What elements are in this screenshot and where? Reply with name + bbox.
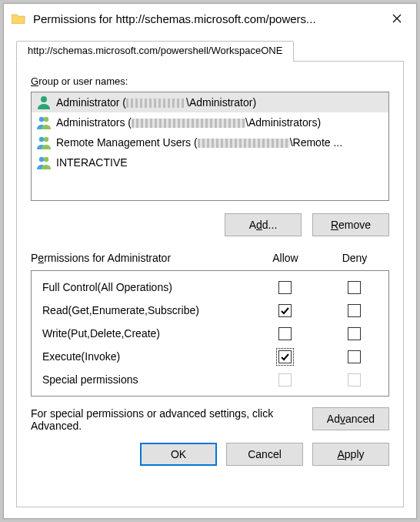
svg-point-1 xyxy=(39,117,44,122)
permissions-header: Permissions for Administrator Allow Deny xyxy=(31,252,389,270)
user-icon xyxy=(36,95,52,110)
groups-list-item[interactable]: Remote Management Users (\Remote ... xyxy=(32,132,388,152)
permission-name: Full Control(All Operations) xyxy=(32,281,250,293)
checkbox[interactable] xyxy=(278,281,292,294)
checkbox xyxy=(348,373,361,386)
permissions-list: Full Control(All Operations)Read(Get,Enu… xyxy=(31,270,389,397)
tab-namespace[interactable]: http://schemas.microsoft.com/powershell/… xyxy=(16,41,294,62)
permission-name: Read(Get,Enumerate,Subscribe) xyxy=(32,304,250,316)
checkbox[interactable] xyxy=(278,350,292,363)
checkbox[interactable] xyxy=(278,327,292,340)
add-button[interactable]: Add... xyxy=(225,213,302,236)
svg-point-3 xyxy=(39,137,44,142)
permission-row: Execute(Invoke) xyxy=(32,345,388,368)
groups-list-item[interactable]: Administrator (\Administrator) xyxy=(32,92,388,112)
window-title: Permissions for http://schemas.microsoft… xyxy=(33,12,379,25)
remove-button[interactable]: Remove xyxy=(312,213,389,236)
checkbox[interactable] xyxy=(348,350,361,363)
groups-list-item[interactable]: Administrators (\Administrators) xyxy=(32,112,388,132)
tab-page: Group or user names: Administrator (\Adm… xyxy=(16,61,404,507)
permission-row: Read(Get,Enumerate,Subscribe) xyxy=(32,299,388,322)
advanced-button[interactable]: Advanced xyxy=(312,407,389,430)
permissions-dialog: Permissions for http://schemas.microsoft… xyxy=(3,3,417,519)
permission-row: Full Control(All Operations) xyxy=(32,276,388,299)
svg-point-6 xyxy=(44,157,48,162)
permission-name: Special permissions xyxy=(32,373,250,386)
close-button[interactable] xyxy=(379,4,415,33)
titlebar: Permissions for http://schemas.microsoft… xyxy=(4,4,416,33)
ok-button[interactable]: OK xyxy=(140,443,217,466)
checkbox[interactable] xyxy=(348,304,361,317)
group-icon xyxy=(36,115,52,130)
svg-point-4 xyxy=(44,137,48,142)
groups-listbox[interactable]: Administrator (\Administrator)Administra… xyxy=(31,92,389,201)
groups-label: Group or user names: xyxy=(31,75,389,87)
svg-point-5 xyxy=(39,157,44,162)
checkbox[interactable] xyxy=(348,281,361,294)
svg-point-0 xyxy=(41,96,47,102)
groups-list-item[interactable]: INTERACTIVE xyxy=(32,152,388,172)
allow-header: Allow xyxy=(251,252,320,264)
permission-name: Execute(Invoke) xyxy=(32,350,250,363)
svg-point-2 xyxy=(44,117,48,122)
group-icon xyxy=(36,135,52,150)
apply-button[interactable]: Apply xyxy=(312,443,389,466)
permission-row: Write(Put,Delete,Create) xyxy=(32,322,388,345)
checkbox xyxy=(278,373,292,386)
checkbox[interactable] xyxy=(278,304,292,317)
advanced-hint-text: For special permissions or advanced sett… xyxy=(31,407,303,432)
group-icon xyxy=(36,155,52,170)
tab-strip: http://schemas.microsoft.com/powershell/… xyxy=(16,38,404,61)
permission-row: Special permissions xyxy=(32,368,388,391)
checkbox[interactable] xyxy=(348,327,361,340)
permission-name: Write(Put,Delete,Create) xyxy=(32,327,250,340)
deny-header: Deny xyxy=(320,252,389,264)
folder-icon xyxy=(12,13,25,24)
cancel-button[interactable]: Cancel xyxy=(226,443,303,466)
